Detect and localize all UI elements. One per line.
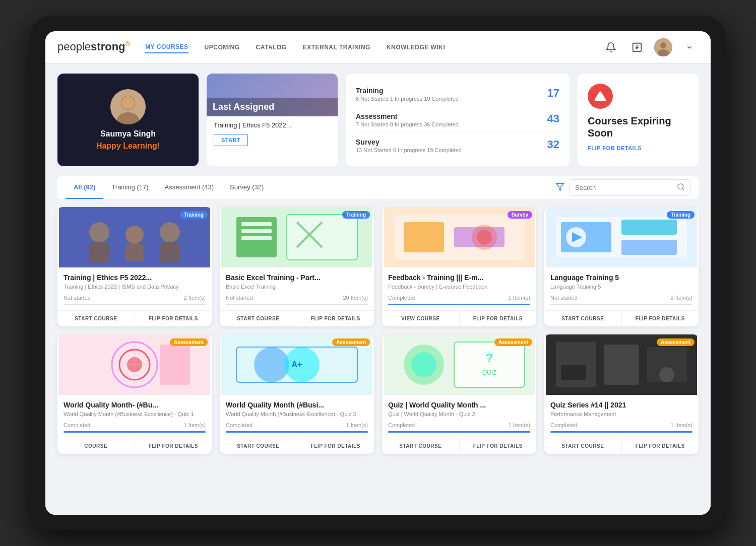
svg-point-51 bbox=[254, 347, 289, 382]
main-nav: MY COURSES UPCOMING CATALOG EXTERNAL TRA… bbox=[145, 41, 602, 53]
course-body: World Quality Month- (#Bu... World Quali… bbox=[57, 395, 212, 454]
search-icon[interactable] bbox=[677, 183, 685, 192]
last-assigned-course-name: Training | Ethics F5 2022... bbox=[214, 121, 331, 129]
tablet-screen: peoplestrong® MY COURSES UPCOMING CATALO… bbox=[45, 31, 711, 515]
progress-bar-fill bbox=[388, 304, 530, 305]
course-action-primary[interactable]: START COURSE bbox=[544, 438, 622, 454]
course-badge: Survey bbox=[508, 211, 532, 219]
course-body: Quiz | World Quality Month ... Quiz | Wo… bbox=[382, 395, 536, 454]
course-subtitle: Feedback - Survey | E-course Feedback bbox=[388, 284, 530, 290]
course-card: Training Basic Excel Training - Part... … bbox=[220, 207, 374, 326]
course-card: Assessment World Quality Month- (#Bu... … bbox=[57, 334, 212, 454]
course-name: Training | Ethics F5 2022... bbox=[64, 274, 206, 282]
last-assigned-image: Last Assigned bbox=[207, 74, 338, 116]
course-items: 2 Item(s) bbox=[671, 295, 692, 301]
nav-knowledge-wiki[interactable]: KNOWLEDGE WIKI bbox=[387, 42, 445, 53]
badge-icon[interactable] bbox=[628, 38, 646, 56]
svg-text:QUIZ: QUIZ bbox=[482, 369, 497, 376]
notification-icon[interactable] bbox=[602, 38, 620, 56]
progress-bar-wrap bbox=[550, 304, 692, 305]
course-items: 1 Item(s) bbox=[184, 422, 206, 428]
course-badge: Assessment bbox=[332, 338, 370, 346]
profile-greeting: Happy Learning! bbox=[96, 142, 160, 151]
flip-for-details-link[interactable]: FLIP FOR DETAILS bbox=[588, 145, 642, 151]
course-action-flip[interactable]: FLIP FOR DETAILS bbox=[460, 438, 537, 454]
course-action-flip[interactable]: FLIP FOR DETAILS bbox=[135, 438, 212, 454]
tab-assessment[interactable]: Assessment (43) bbox=[157, 176, 222, 199]
course-status: Completed bbox=[550, 422, 577, 428]
user-avatar[interactable] bbox=[654, 38, 672, 56]
course-name: Feedback - Training ||| E-m... bbox=[388, 274, 530, 282]
nav-my-courses[interactable]: MY COURSES bbox=[145, 41, 188, 53]
nav-catalog[interactable]: CATALOG bbox=[256, 42, 287, 53]
tab-survey[interactable]: Survey (32) bbox=[222, 176, 272, 199]
course-card: Survey Feedback - Training ||| E-m... Fe… bbox=[382, 207, 536, 326]
svg-point-65 bbox=[659, 367, 674, 382]
course-action-flip[interactable]: FLIP FOR DETAILS bbox=[460, 311, 537, 326]
course-actions: START COURSE FLIP FOR DETAILS bbox=[544, 438, 699, 454]
start-button[interactable]: START bbox=[214, 134, 248, 146]
svg-marker-10 bbox=[556, 183, 564, 190]
course-body: Basic Excel Training - Part... Basic Exc… bbox=[220, 267, 374, 326]
course-action-flip[interactable]: FLIP FOR DETAILS bbox=[297, 438, 374, 454]
svg-point-11 bbox=[678, 184, 683, 189]
course-action-flip[interactable]: FLIP FOR DETAILS bbox=[622, 438, 699, 454]
course-badge: Assessment bbox=[657, 338, 695, 346]
search-box[interactable] bbox=[570, 179, 690, 196]
course-status: Completed bbox=[64, 422, 90, 428]
last-assigned-body: Training | Ethics F5 2022... START bbox=[207, 116, 338, 166]
svg-rect-49 bbox=[160, 345, 190, 385]
tab-all[interactable]: All (92) bbox=[66, 176, 103, 199]
course-name: Quiz Series #14 || 2021 bbox=[550, 401, 692, 409]
svg-line-12 bbox=[682, 188, 684, 190]
course-tabs: All (92) Training (17) Assessment (43) S… bbox=[66, 176, 555, 199]
tablet-frame: peoplestrong® MY COURSES UPCOMING CATALO… bbox=[30, 16, 726, 530]
course-action-primary[interactable]: START COURSE bbox=[220, 311, 297, 326]
course-action-primary[interactable]: COURSE bbox=[57, 438, 135, 454]
nav-upcoming[interactable]: UPCOMING bbox=[205, 42, 240, 53]
course-action-flip[interactable]: FLIP FOR DETAILS bbox=[622, 311, 699, 326]
course-body: Quiz Series #14 || 2021 Performance Mana… bbox=[544, 395, 699, 454]
svg-rect-63 bbox=[604, 345, 639, 385]
course-image: Training bbox=[57, 207, 212, 267]
course-badge: Training bbox=[342, 211, 370, 219]
course-action-primary[interactable]: START COURSE bbox=[57, 311, 135, 326]
stat-info-survey: Survey 13 Not Started 0 In progress 19 C… bbox=[356, 138, 462, 153]
course-actions: START COURSE FLIP FOR DETAILS bbox=[57, 310, 212, 326]
filter-icon[interactable] bbox=[555, 182, 564, 193]
expiring-card: Courses Expiring Soon FLIP FOR DETAILS bbox=[578, 74, 699, 166]
course-action-primary[interactable]: VIEW COURSE bbox=[382, 311, 460, 326]
course-actions: START COURSE FLIP FOR DETAILS bbox=[220, 310, 374, 326]
course-name: World Quality Month (#Busi... bbox=[226, 401, 368, 409]
svg-point-2 bbox=[660, 42, 666, 48]
course-action-flip[interactable]: FLIP FOR DETAILS bbox=[297, 311, 374, 326]
course-image: Training bbox=[220, 207, 374, 267]
course-action-flip[interactable]: FLIP FOR DETAILS bbox=[135, 311, 212, 326]
course-image: ? QUIZ Assessment bbox=[382, 334, 536, 395]
course-items: 2 Item(s) bbox=[184, 295, 206, 301]
course-body: World Quality Month (#Busi... World Qual… bbox=[220, 395, 374, 454]
course-action-primary[interactable]: START COURSE bbox=[220, 438, 297, 454]
nav-external-training[interactable]: EXTERNAL TRAINING bbox=[303, 42, 370, 53]
course-subtitle: Language Training 5 bbox=[550, 284, 692, 290]
svg-text:A+: A+ bbox=[292, 360, 302, 369]
tab-training[interactable]: Training (17) bbox=[103, 176, 156, 199]
dropdown-chevron-icon[interactable] bbox=[680, 38, 699, 56]
course-name: Language Training 5 bbox=[550, 274, 692, 282]
course-action-primary[interactable]: START COURSE bbox=[382, 438, 460, 454]
search-input[interactable] bbox=[575, 184, 677, 191]
course-progress-row: Completed 1 Item(s) bbox=[388, 295, 530, 301]
progress-bar-fill bbox=[226, 431, 368, 433]
course-card: Training Training | Ethics F5 2022... Tr… bbox=[57, 207, 212, 326]
course-action-primary[interactable]: START COURSE bbox=[544, 311, 622, 326]
profile-name: Saumya Singh bbox=[100, 129, 156, 139]
course-body: Training | Ethics F5 2022... Training | … bbox=[57, 267, 212, 326]
stat-sub-training: 6 Not Started 1 In progress 10 Completed bbox=[356, 96, 459, 102]
course-subtitle: Quiz | World Quality Month - Quiz 2 bbox=[388, 411, 530, 417]
progress-bar-wrap bbox=[388, 431, 530, 433]
course-actions: START COURSE FLIP FOR DETAILS bbox=[544, 310, 699, 326]
course-badge: Assessment bbox=[494, 338, 532, 346]
stat-row-assessment: Assessment 7 Not Started 0 In progress 3… bbox=[356, 107, 559, 133]
progress-bar-wrap bbox=[550, 431, 692, 433]
course-status: Not started bbox=[550, 295, 578, 301]
